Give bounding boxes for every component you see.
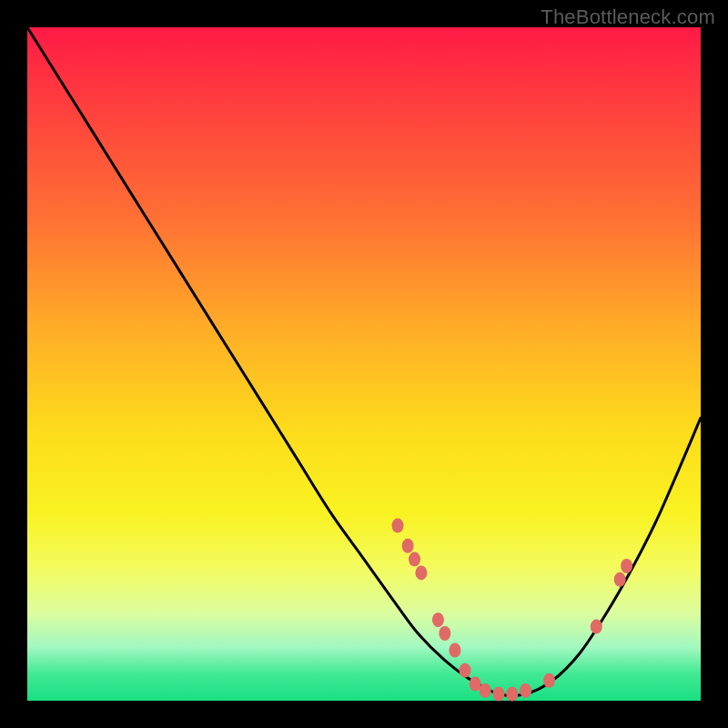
chart-marker [392,519,404,533]
chart-plot-area [27,27,701,701]
chart-marker [415,565,427,580]
chart-marker [621,559,632,573]
chart-marker [543,673,555,688]
chart-svg [27,27,701,701]
chart-marker [409,552,420,567]
chart-frame: TheBottleneck.com [0,0,728,728]
chart-marker [493,687,505,702]
chart-marker [614,572,626,587]
chart-marker [402,539,414,553]
chart-marker [432,612,444,627]
chart-marker [439,626,450,641]
chart-marker [506,687,518,702]
watermark-text: TheBottleneck.com [541,5,715,29]
chart-marker [470,677,481,692]
chart-marker [480,683,491,698]
chart-marker [449,643,460,658]
chart-marker [520,683,531,698]
bottleneck-curve [27,27,701,695]
chart-marker [591,620,602,634]
chart-marker [460,663,471,678]
chart-markers [392,519,633,702]
